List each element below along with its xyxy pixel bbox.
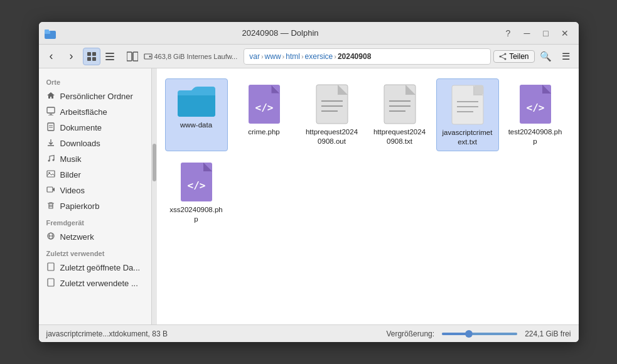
sidebar-wrapper: Orte Persönlicher Ordner Arbeitsfläche — [39, 68, 155, 324]
sidebar-item-zuletzt-verw[interactable]: Zuletzt verwendete ... — [39, 276, 151, 291]
svg-point-26 — [48, 160, 50, 162]
folder-icon-www-data — [176, 84, 217, 118]
breadcrumb-20240908[interactable]: 20240908 — [338, 52, 371, 61]
file-item-xss-php[interactable]: </> xss20240908.php — [165, 156, 228, 228]
svg-rect-8 — [105, 56, 114, 57]
file-item-javascriptcrime[interactable]: javascriptcrimetext.txt — [436, 78, 499, 151]
statusbar: javascriptcrimete...xtdokument, 83 B Ver… — [39, 324, 579, 342]
svg-rect-9 — [105, 59, 114, 60]
app-icon — [44, 27, 56, 40]
forward-button[interactable]: › — [63, 48, 80, 65]
sidebar-item-zuletzt-geo[interactable]: Zuletzt geöffnete Da... — [39, 260, 151, 276]
file-name-javascriptcrime: javascriptcrimetext.txt — [441, 128, 495, 147]
file-name-crime-php: crime.php — [248, 127, 280, 137]
maximize-button[interactable]: □ — [537, 26, 555, 41]
sidebar-item-downloads[interactable]: Downloads — [39, 136, 151, 151]
free-space: 224,1 GiB frei — [525, 329, 571, 338]
sidebar-item-dokumente[interactable]: Dokumente — [39, 120, 151, 136]
php-icon-test: </> — [518, 83, 552, 125]
sidebar-label-papierkorb: Papierkorb — [60, 201, 100, 211]
home-icon — [46, 91, 55, 102]
sidebar-item-papierkorb[interactable]: Papierkorb — [39, 198, 151, 214]
list-view-button[interactable] — [101, 48, 119, 65]
sidebar-item-videos[interactable]: Videos — [39, 183, 151, 198]
breadcrumb-www[interactable]: www — [265, 52, 281, 61]
window-controls: ? ─ □ ✕ — [500, 26, 574, 41]
svg-text:</>: </> — [255, 102, 273, 114]
svg-rect-10 — [127, 52, 132, 61]
breadcrumb-var[interactable]: var — [249, 52, 260, 61]
svg-rect-30 — [47, 187, 53, 192]
svg-rect-20 — [50, 113, 52, 115]
sidebar-label-dokumente: Dokumente — [60, 123, 102, 132]
file-name-test-php: test20240908.php — [508, 127, 563, 146]
file-name-httprequest-txt: httprequest20240908.txt — [372, 127, 427, 146]
file-item-httprequest-out[interactable]: httprequest20240908.out — [301, 78, 363, 151]
breadcrumb-html[interactable]: html — [286, 52, 300, 61]
file-item-test-php[interactable]: </> test20240908.php — [504, 78, 567, 151]
search-button[interactable]: 🔍 — [537, 48, 555, 65]
share-button[interactable]: Teilen — [493, 50, 534, 63]
drive-info: 463,8 GiB Internes Laufw... — [144, 52, 238, 61]
desktop-icon — [46, 107, 55, 117]
recent-file-icon-2 — [46, 278, 55, 289]
downloads-icon — [46, 138, 55, 149]
svg-rect-37 — [48, 263, 54, 270]
minimize-button[interactable]: ─ — [518, 26, 536, 41]
svg-line-17 — [500, 54, 505, 56]
breadcrumb-exersice[interactable]: exersice — [305, 52, 333, 61]
trash-icon — [46, 201, 55, 211]
menu-button[interactable]: ☰ — [557, 48, 575, 65]
sidebar-label-arbeitsflaeche: Arbeitsfläche — [60, 107, 107, 117]
file-item-www-data[interactable]: www-data — [165, 78, 228, 151]
statusbar-info: javascriptcrimete...xtdokument, 83 B — [46, 329, 379, 338]
window-title: 20240908 — Dolphin — [62, 28, 500, 38]
sidebar-item-netzwerk[interactable]: Netzwerk — [39, 229, 151, 245]
svg-rect-3 — [87, 52, 91, 56]
svg-line-18 — [500, 56, 505, 59]
toolbar-right: Teilen 🔍 ☰ — [493, 48, 574, 65]
split-view-button[interactable] — [124, 48, 141, 65]
file-name-httprequest-out: httprequest20240908.out — [304, 127, 360, 146]
back-button[interactable]: ‹ — [43, 48, 60, 65]
php-icon-crime: </> — [247, 83, 281, 125]
sidebar-item-arbeitsflaeche[interactable]: Arbeitsfläche — [39, 104, 151, 120]
sidebar-label-downloads: Downloads — [60, 139, 100, 148]
file-item-crime-php[interactable]: </> crime.php — [233, 78, 296, 151]
svg-text:</>: </> — [526, 102, 544, 114]
recent-file-icon-1 — [46, 262, 55, 273]
txt-icon-httprequest-out — [315, 83, 349, 125]
sidebar-label-musik: Musik — [60, 154, 82, 164]
svg-rect-21 — [48, 115, 53, 115]
close-button[interactable]: ✕ — [556, 26, 574, 41]
svg-point-27 — [52, 159, 54, 161]
sidebar: Orte Persönlicher Ordner Arbeitsfläche — [39, 68, 152, 324]
txt-doc-icon-javascriptcrime — [451, 84, 485, 126]
sidebar-item-bilder[interactable]: Bilder — [39, 167, 151, 183]
sidebar-item-musik[interactable]: Musik — [39, 151, 151, 167]
sidebar-label-zuletzt-geo: Zuletzt geöffnete Da... — [60, 263, 141, 272]
help-button[interactable]: ? — [500, 26, 517, 41]
network-icon — [46, 232, 55, 242]
zoom-slider[interactable] — [442, 333, 517, 335]
sidebar-label-persoenlicher-ordner: Persönlicher Ordner — [60, 92, 133, 101]
sidebar-section-zuletzt: Zuletzt verwendet — [39, 245, 151, 260]
svg-rect-4 — [92, 52, 96, 56]
file-name-xss-php: xss20240908.php — [169, 205, 224, 224]
sidebar-item-persoenlicher-ordner[interactable]: Persönlicher Ordner — [39, 88, 151, 104]
svg-point-13 — [149, 55, 151, 57]
toolbar: ‹ › 463,8 GiB Internes Laufw... var › ww… — [39, 45, 579, 68]
svg-rect-7 — [105, 53, 114, 54]
file-item-httprequest-txt[interactable]: httprequest20240908.txt — [368, 78, 431, 151]
sidebar-section-orte: Orte — [39, 73, 151, 88]
sidebar-label-netzwerk: Netzwerk — [60, 232, 94, 242]
titlebar: 20240908 — Dolphin ? ─ □ ✕ — [39, 22, 579, 45]
main-area: Orte Persönlicher Ordner Arbeitsfläche — [39, 68, 579, 324]
sidebar-scroll-thumb — [153, 144, 156, 181]
svg-rect-11 — [133, 52, 138, 61]
file-area: www-data </> crime.php — [155, 68, 579, 324]
sidebar-scrollbar[interactable] — [152, 68, 157, 324]
grid-view-button[interactable] — [83, 48, 100, 65]
svg-rect-55 — [475, 85, 483, 94]
svg-rect-2 — [45, 29, 49, 32]
